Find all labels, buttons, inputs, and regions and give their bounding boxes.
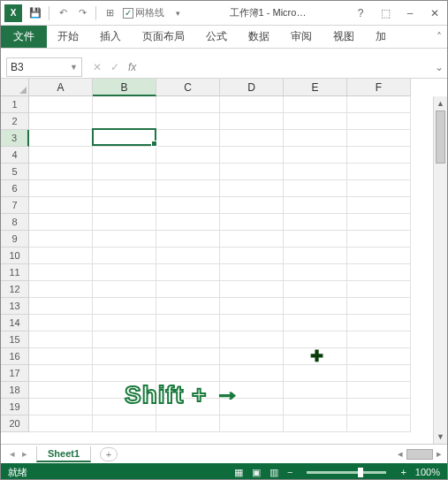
row-header[interactable]: 18 [1, 382, 29, 399]
cell[interactable] [156, 180, 220, 197]
cell[interactable] [29, 348, 93, 365]
save-icon[interactable]: 💾 [29, 7, 42, 19]
cell[interactable] [347, 298, 411, 315]
cell[interactable] [220, 197, 284, 214]
cell[interactable] [93, 415, 156, 432]
cell[interactable] [29, 281, 93, 298]
cell[interactable] [29, 248, 93, 264]
cell[interactable] [284, 214, 347, 231]
undo-icon[interactable]: ↶ [57, 7, 69, 19]
cell[interactable] [284, 197, 347, 214]
zoom-level[interactable]: 100% [415, 467, 440, 477]
cell[interactable] [29, 180, 93, 197]
minimize-button[interactable]: – [398, 1, 422, 26]
view-normal-icon[interactable]: ▦ [234, 467, 243, 478]
cell[interactable] [93, 315, 156, 331]
row-header[interactable]: 9 [1, 231, 29, 248]
cell[interactable] [220, 113, 284, 130]
cell[interactable] [220, 281, 284, 298]
cell[interactable] [156, 348, 220, 365]
cell[interactable] [156, 197, 220, 214]
cell[interactable] [220, 298, 284, 315]
cell[interactable] [156, 130, 220, 147]
cell[interactable] [347, 214, 411, 231]
cell[interactable] [284, 180, 347, 197]
row-header[interactable]: 19 [1, 399, 29, 415]
cell[interactable] [93, 248, 156, 264]
zoom-out-button[interactable]: − [287, 467, 292, 477]
row-header[interactable]: 12 [1, 281, 29, 298]
cell[interactable] [29, 147, 93, 164]
col-header-D[interactable]: D [220, 79, 284, 96]
col-header-F[interactable]: F [347, 79, 411, 96]
cell[interactable] [220, 348, 284, 365]
tab-home[interactable]: 开始 [47, 26, 89, 48]
cell[interactable] [347, 382, 411, 399]
cell[interactable] [29, 365, 93, 382]
cell[interactable] [29, 231, 93, 248]
tab-insert[interactable]: 插入 [89, 26, 132, 48]
cell[interactable] [347, 248, 411, 264]
cell[interactable] [29, 113, 93, 130]
formula-input[interactable] [141, 57, 431, 77]
name-box[interactable]: B3 ▼ [6, 57, 82, 77]
col-header-B[interactable]: B [93, 79, 156, 96]
cell[interactable] [156, 281, 220, 298]
cell[interactable] [220, 331, 284, 348]
cell[interactable] [93, 164, 156, 180]
col-header-A[interactable]: A [29, 79, 93, 96]
cell[interactable] [347, 147, 411, 164]
cell[interactable] [284, 130, 347, 147]
cell[interactable] [220, 130, 284, 147]
cell[interactable] [284, 415, 347, 432]
cell[interactable] [156, 331, 220, 348]
cell[interactable] [284, 164, 347, 180]
cell[interactable] [220, 231, 284, 248]
grid-toggle-icon[interactable]: ⊞ [103, 7, 116, 19]
cell[interactable] [93, 365, 156, 382]
scroll-thumb[interactable] [436, 110, 445, 164]
cell[interactable] [29, 298, 93, 315]
row-header[interactable]: 2 [1, 113, 29, 130]
cell[interactable] [156, 147, 220, 164]
cell[interactable] [220, 96, 284, 113]
cell[interactable] [93, 147, 156, 164]
cell[interactable] [29, 164, 93, 180]
cell[interactable] [284, 113, 347, 130]
cell[interactable] [220, 214, 284, 231]
row-header[interactable]: 16 [1, 348, 29, 365]
cell[interactable] [347, 365, 411, 382]
view-page-layout-icon[interactable]: ▣ [252, 467, 261, 478]
cell[interactable] [347, 281, 411, 298]
row-header[interactable]: 14 [1, 315, 29, 331]
cell[interactable] [156, 365, 220, 382]
cell[interactable] [93, 197, 156, 214]
select-all-corner[interactable] [1, 79, 29, 96]
row-header[interactable]: 15 [1, 331, 29, 348]
zoom-slider[interactable] [307, 471, 386, 474]
cell[interactable] [93, 264, 156, 281]
row-header[interactable]: 5 [1, 164, 29, 180]
cell[interactable] [29, 382, 93, 399]
cell[interactable] [284, 365, 347, 382]
cell[interactable] [29, 315, 93, 331]
cell[interactable] [284, 315, 347, 331]
row-header[interactable]: 4 [1, 147, 29, 164]
cell[interactable] [29, 264, 93, 281]
cell[interactable] [220, 164, 284, 180]
cell[interactable] [156, 113, 220, 130]
col-header-C[interactable]: C [156, 79, 220, 96]
file-tab[interactable]: 文件 [1, 26, 47, 48]
add-sheet-button[interactable]: + [100, 447, 118, 461]
cell[interactable] [93, 113, 156, 130]
cell[interactable] [347, 113, 411, 130]
cell[interactable] [284, 281, 347, 298]
cell[interactable] [347, 231, 411, 248]
cell[interactable] [156, 415, 220, 432]
cell[interactable] [93, 180, 156, 197]
cell[interactable] [284, 231, 347, 248]
cancel-icon[interactable]: ✕ [93, 61, 102, 73]
cell[interactable] [29, 331, 93, 348]
enter-icon[interactable]: ✓ [110, 61, 119, 73]
view-page-break-icon[interactable]: ▥ [270, 467, 278, 478]
